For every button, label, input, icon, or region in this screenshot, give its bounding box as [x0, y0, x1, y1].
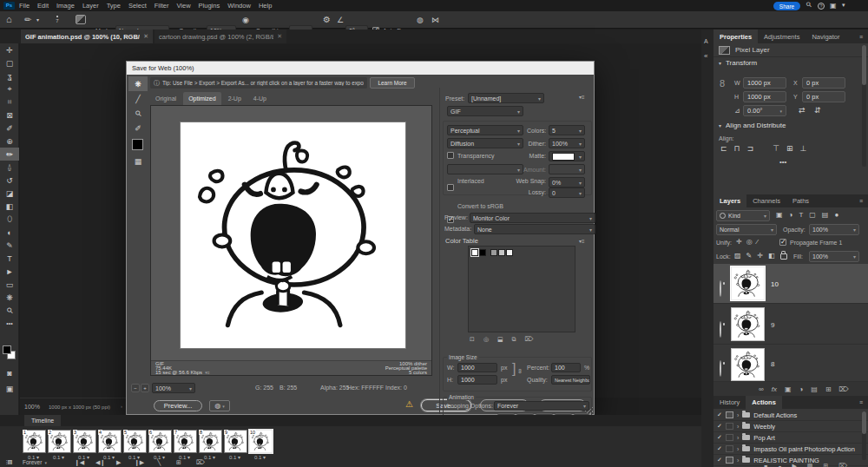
share-button[interactable]: Share [773, 2, 800, 10]
quick-mask-icon[interactable]: ◙ [0, 366, 19, 379]
rotate-angle-field[interactable]: 0.00°▾ [743, 105, 786, 116]
action-row[interactable]: ✓ › Pop Art [713, 432, 868, 444]
eyedropper-tool[interactable]: ✐ [0, 122, 19, 135]
clone-stamp-tool[interactable]: ⍙ [0, 161, 19, 174]
action-name[interactable]: Pop Art [753, 434, 775, 442]
lock-transparent-icon[interactable]: ▨ [734, 252, 741, 260]
menu-window[interactable]: Window [227, 2, 251, 10]
gradient-tool[interactable]: ◧ [0, 200, 19, 213]
percent-field[interactable]: 100 [551, 363, 581, 372]
menu-image[interactable]: Image [56, 2, 75, 10]
action-name[interactable]: Weebly [753, 423, 775, 431]
color-swatch-gray[interactable] [490, 249, 497, 256]
layer-filter-kind-select[interactable]: Kind▾ [716, 210, 770, 221]
screen-mode-icon[interactable]: ▣ [0, 382, 19, 395]
properties-scrollbar[interactable] [862, 45, 866, 167]
layer-visibility-icon[interactable] [720, 360, 721, 377]
tab-timeline[interactable]: Timeline [24, 415, 61, 426]
dialog-title-bar[interactable]: Save for Web (100%) [127, 62, 594, 75]
color-table-menu-icon[interactable]: ▾≡ [579, 238, 585, 244]
view-tab-4up[interactable]: 4-Up [248, 92, 272, 105]
actions-menu-icon[interactable]: ≡ [859, 399, 863, 405]
lock-artboard-icon[interactable]: ◧ [768, 252, 775, 260]
layer-name[interactable]: 8 [771, 360, 774, 368]
eraser-tool[interactable]: ◪ [0, 187, 19, 200]
align-right-icon[interactable]: ⊐ [747, 144, 754, 153]
height-field[interactable]: 1000 [457, 375, 497, 385]
action-name[interactable]: Default Actions [753, 411, 797, 419]
snap-web-palette-icon[interactable]: ⊡ [470, 336, 475, 343]
doc-tab-gif-animation[interactable]: GIF animation.psd @ 100% (10, RGB/8#) * … [21, 30, 153, 43]
search-icon[interactable]: ⚲ [805, 0, 814, 10]
filter-toggle-icon[interactable]: ● [834, 211, 838, 219]
action-check-icon[interactable]: ✓ [717, 434, 722, 441]
pencil-tool-selected[interactable]: ✏ [0, 148, 19, 161]
tab-paths[interactable]: Paths [786, 194, 815, 207]
symmetry-icon[interactable]: ⋈ [431, 16, 439, 24]
color-swatch-white[interactable] [471, 249, 478, 256]
action-check-icon[interactable]: ✓ [717, 411, 722, 418]
menu-layer[interactable]: Layer [82, 2, 99, 10]
layer-visibility-icon[interactable] [720, 321, 721, 338]
layer-style-fx-icon[interactable]: fx [772, 385, 777, 393]
layer-visibility-icon[interactable] [720, 280, 721, 297]
lock-pixels-icon[interactable]: ✎ [746, 252, 753, 260]
transparency-checkbox[interactable] [447, 152, 454, 159]
play-animation-icon[interactable]: ▶ [116, 459, 121, 466]
looping-select[interactable]: Forever▾ [23, 459, 47, 465]
status-chevron-icon[interactable]: › [121, 404, 122, 409]
layer-row-10[interactable]: 10 [713, 264, 868, 304]
fill-select[interactable]: 100%▾ [809, 251, 859, 262]
delete-frame-icon[interactable]: ⌦ [196, 459, 205, 466]
type-tool[interactable]: T [0, 252, 19, 265]
foreground-color-swatch[interactable] [3, 345, 11, 354]
tween-icon[interactable]: ╲ [157, 459, 161, 466]
pen-tool[interactable]: ✎ [0, 239, 19, 252]
tab-navigator[interactable]: Navigator [806, 30, 845, 43]
optimized-canvas[interactable] [180, 122, 406, 349]
view-tab-optimized[interactable]: Optimized [183, 92, 221, 105]
preview-select[interactable]: Monitor Color▾ [470, 213, 595, 223]
view-tab-original[interactable]: Original [150, 92, 181, 105]
metadata-select[interactable]: None▾ [474, 224, 595, 234]
record-icon[interactable]: ● [778, 464, 781, 467]
menu-filter[interactable]: Filter [155, 2, 169, 10]
new-layer-icon[interactable]: ⊞ [825, 385, 832, 393]
tab-close-icon[interactable]: ✕ [277, 33, 282, 40]
delete-color-icon[interactable]: ⌦ [525, 336, 534, 343]
matte-select[interactable]: ▾ [549, 151, 585, 161]
lock-position-icon[interactable]: ✛ [757, 252, 763, 260]
menu-edit[interactable]: Edit [37, 2, 49, 10]
expand-arrow-icon[interactable]: › [737, 435, 739, 441]
layer-mask-icon[interactable]: ▣ [785, 385, 792, 393]
transform-x-field[interactable]: 0 px [802, 77, 845, 89]
quality-select[interactable]: Nearest Neighbor▾ [551, 375, 590, 385]
adjustment-layer-icon[interactable]: ◑ [799, 385, 804, 393]
brush-settings-icon[interactable] [76, 15, 86, 24]
unify-position-icon[interactable]: ✛ [736, 238, 742, 246]
layer-name[interactable]: 10 [771, 280, 779, 288]
align-middle-icon[interactable]: ⊞ [786, 144, 793, 153]
transform-w-field[interactable]: 1000 px [743, 77, 786, 89]
colors-select[interactable]: 5▾ [549, 125, 585, 135]
amount-select[interactable]: ▾ [549, 164, 585, 174]
workspace-icon[interactable]: ▣ [830, 2, 837, 10]
duplicate-frame-icon[interactable]: ⊞ [176, 459, 181, 466]
layer-row-8[interactable]: 8 [713, 345, 868, 382]
tab-properties[interactable]: Properties [713, 30, 758, 43]
preset-select[interactable]: [Unnamed]▾ [468, 93, 544, 103]
brush-preview[interactable]: 7 [52, 14, 62, 26]
next-frame-icon[interactable]: ❙▶ [135, 459, 144, 466]
expand-arrow-icon[interactable]: › [737, 424, 739, 430]
zoom-out-button[interactable]: − [131, 384, 140, 392]
delete-action-icon[interactable]: ⌦ [838, 463, 847, 467]
interlaced-checkbox[interactable] [447, 184, 454, 191]
convert-timeline-icon[interactable]: ⫶▤ [6, 459, 12, 466]
color-table[interactable] [468, 246, 575, 332]
menu-help[interactable]: Help [259, 2, 272, 10]
filter-smart-icon[interactable]: ▤ [822, 211, 829, 219]
preview-in-browser-button[interactable]: Preview... [154, 400, 202, 411]
color-reduction-select[interactable]: Perceptual▾ [447, 125, 523, 135]
tab-layers[interactable]: Layers [713, 194, 746, 207]
flip-horizontal-icon[interactable]: ⇄ [799, 106, 806, 115]
